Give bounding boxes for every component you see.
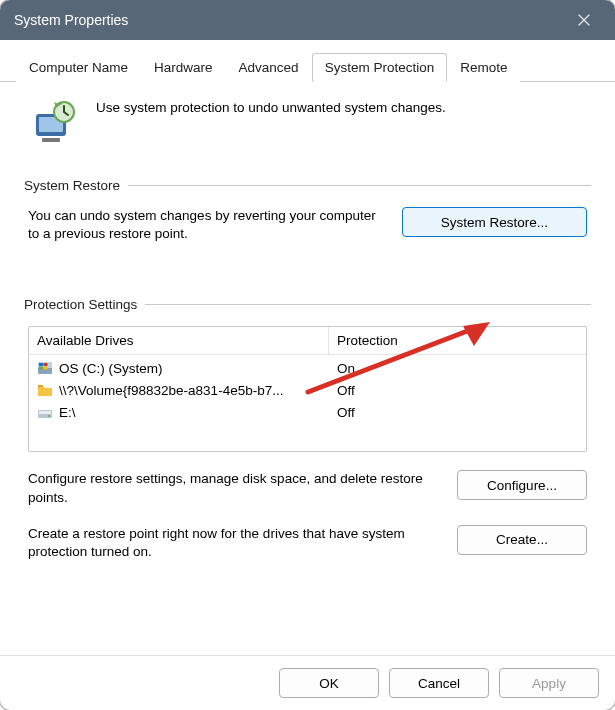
configure-button[interactable]: Configure...: [457, 470, 587, 500]
svg-rect-13: [38, 385, 43, 387]
svg-rect-10: [44, 363, 48, 366]
cancel-button[interactable]: Cancel: [389, 668, 489, 698]
system-restore-button[interactable]: System Restore...: [402, 207, 587, 237]
tab-strip: Computer Name Hardware Advanced System P…: [0, 40, 615, 82]
create-description: Create a restore point right now for the…: [28, 525, 443, 561]
tab-advanced[interactable]: Advanced: [226, 53, 312, 82]
configure-description: Configure restore settings, manage disk …: [28, 470, 443, 506]
apply-button[interactable]: Apply: [499, 668, 599, 698]
table-row[interactable]: \\?\Volume{f98832be-a831-4e5b-b7... Off: [29, 379, 586, 401]
intro-text: Use system protection to undo unwanted s…: [96, 100, 446, 115]
titlebar[interactable]: System Properties: [0, 0, 615, 40]
table-row[interactable]: E:\ Off: [29, 401, 586, 423]
group-title-settings-label: Protection Settings: [24, 297, 137, 312]
tab-system-protection[interactable]: System Protection: [312, 53, 448, 82]
table-row[interactable]: OS (C:) (System) On: [29, 357, 586, 379]
disk-os-icon: [37, 360, 53, 376]
drives-table[interactable]: Available Drives Protection OS (C:) (Sys…: [28, 326, 587, 452]
column-header-protection[interactable]: Protection: [329, 327, 586, 354]
drive-name: \\?\Volume{f98832be-a831-4e5b-b7...: [59, 383, 283, 398]
tab-remote[interactable]: Remote: [447, 53, 520, 82]
drives-body: OS (C:) (System) On \\?\Volume{f98832be-…: [29, 355, 586, 451]
drive-name: OS (C:) (System): [59, 361, 163, 376]
tab-computer-name[interactable]: Computer Name: [16, 53, 141, 82]
close-icon[interactable]: [567, 3, 601, 37]
group-title-restore-label: System Restore: [24, 178, 120, 193]
drive-protection: Off: [329, 404, 586, 421]
system-protection-icon: [30, 100, 78, 148]
create-button[interactable]: Create...: [457, 525, 587, 555]
drive-name: E:\: [59, 405, 76, 420]
tab-hardware[interactable]: Hardware: [141, 53, 226, 82]
group-system-restore: System Restore You can undo system chang…: [24, 178, 591, 243]
disk-icon: [37, 404, 53, 420]
group-title-settings: Protection Settings: [24, 297, 591, 312]
svg-rect-2: [42, 138, 60, 142]
group-protection-settings: Protection Settings Available Drives Pro…: [24, 297, 591, 561]
tab-content: Use system protection to undo unwanted s…: [0, 82, 615, 655]
ok-button[interactable]: OK: [279, 668, 379, 698]
svg-rect-9: [39, 363, 43, 366]
dialog-footer: OK Cancel Apply: [0, 655, 615, 710]
group-title-restore: System Restore: [24, 178, 591, 193]
drive-protection: Off: [329, 382, 586, 399]
system-properties-window: System Properties Computer Name Hardware…: [0, 0, 615, 710]
svg-rect-15: [39, 411, 51, 414]
svg-rect-11: [39, 367, 43, 370]
svg-rect-12: [44, 367, 48, 370]
svg-point-16: [48, 415, 50, 417]
column-header-drives[interactable]: Available Drives: [29, 327, 329, 354]
folder-icon: [37, 382, 53, 398]
drive-protection: On: [329, 360, 586, 377]
intro-row: Use system protection to undo unwanted s…: [24, 100, 591, 148]
drives-header: Available Drives Protection: [29, 327, 586, 355]
restore-description: You can undo system changes by reverting…: [28, 207, 388, 243]
window-title: System Properties: [14, 12, 567, 28]
